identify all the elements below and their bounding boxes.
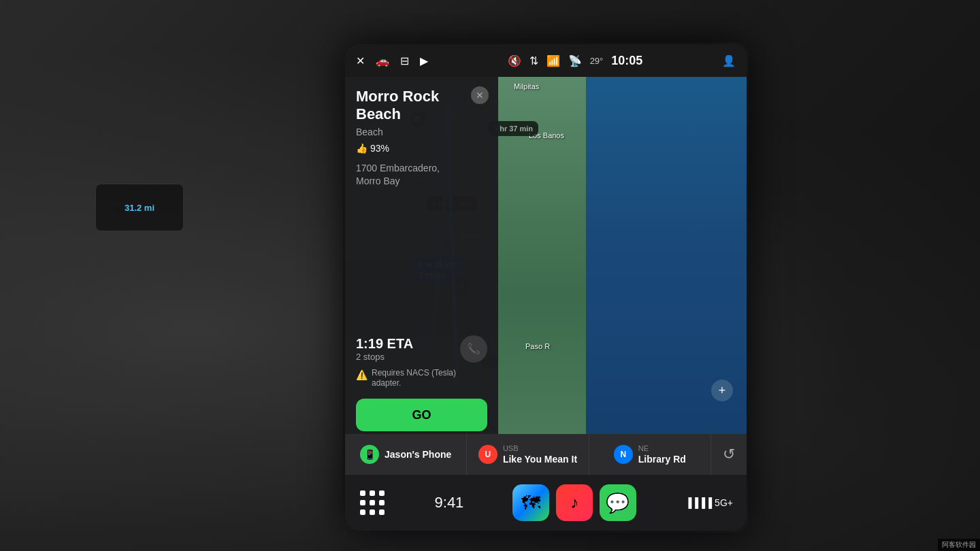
wifi-icon: 📶 [546, 54, 560, 67]
eta-label: 1:19 ETA [356, 336, 413, 352]
car-icon[interactable]: 🚗 [376, 54, 389, 67]
map-label-milpitas: Milpitas [514, 82, 539, 90]
music-app-icon[interactable]: ♪ [556, 484, 593, 521]
source-item-phone[interactable]: 📱 Jason's Phone [345, 434, 467, 475]
grid-dot [360, 500, 365, 505]
grid-dot [370, 490, 375, 496]
grid-dot [379, 500, 385, 505]
signal-label: 5G+ [715, 497, 733, 508]
mute-icon: 🔇 [508, 54, 521, 67]
grid-dot [370, 500, 375, 505]
media-icon[interactable]: ⊟ [400, 54, 409, 67]
source-item-ne[interactable]: N NE Library Rd [589, 434, 711, 475]
place-name: Morro Rock Beach [356, 88, 487, 124]
usb-source-icon: U [478, 445, 497, 464]
phone-source-icon: 📱 [360, 445, 379, 464]
status-bar: ✕ 🚗 ⊟ ▶ 🔇 ⇅ 📶 📡 29° 10:05 👤 [345, 44, 747, 77]
refresh-button[interactable]: ↺ [711, 434, 747, 475]
status-bar-center: 🔇 ⇅ 📶 📡 29° 10:05 [508, 54, 643, 68]
rating-icon: 👍 [356, 143, 368, 154]
status-time: 10:05 [611, 54, 642, 68]
address: 1700 Embarcadero, Morro Bay [356, 162, 487, 188]
address-line1: 1700 Embarcadero, [356, 163, 440, 173]
refresh-icon: ↺ [723, 446, 735, 463]
place-type: Beach [356, 127, 487, 137]
cluster-text: 31.2 mi [125, 203, 154, 213]
bottom-info: 1:19 ETA 2 stops 📞 ⚠️ Requires NACS (Tes… [356, 335, 487, 431]
grid-dot [360, 490, 365, 496]
ne-source-sublabel: Library Rd [638, 454, 686, 465]
signal-bars-icon: ▐▐▐▐ [685, 497, 712, 508]
cell-icon: 📡 [568, 54, 582, 67]
close-button[interactable]: ✕ [471, 86, 489, 104]
dock-time: 9:41 [435, 494, 464, 512]
bottom-dock: 9:41 🗺 ♪ 💬 ▐▐▐▐ 5G+ [345, 475, 747, 531]
source-bar: 📱 Jason's Phone U USB Like You Mean It N… [345, 434, 747, 475]
eta-row: 1:19 ETA 2 stops 📞 [356, 335, 487, 363]
source-item-usb[interactable]: U USB Like You Mean It [467, 434, 589, 475]
go-button[interactable]: GO [356, 399, 487, 431]
rating-row: 👍 93% [356, 143, 487, 154]
maps-app-icon[interactable]: 🗺 [512, 484, 549, 521]
go-label: GO [412, 408, 431, 422]
signal-indicator: ▐▐▐▐ 5G+ [685, 497, 733, 508]
stops-label: 2 stops [356, 352, 413, 362]
close-icon[interactable]: ✕ [356, 54, 365, 67]
warning-row: ⚠️ Requires NACS (Tesla) adapter. [356, 368, 487, 389]
temperature: 29° [590, 56, 604, 66]
app-grid-button[interactable] [359, 489, 386, 516]
grid-dot [379, 510, 385, 515]
dock-apps: 🗺 ♪ 💬 [512, 484, 636, 521]
usb-source-text: USB Like You Mean It [503, 445, 577, 465]
watermark: 阿客软件园 [938, 539, 980, 551]
usb-source-sublabel: Like You Mean It [503, 454, 577, 465]
warning-text: Requires NACS (Tesla) adapter. [372, 368, 487, 389]
ne-source-icon: N [614, 445, 633, 464]
rating-value: 93% [370, 143, 389, 154]
warning-icon: ⚠️ [356, 369, 368, 381]
ne-source-label: NE [638, 445, 686, 452]
eta-info: 1:19 ETA 2 stops [356, 336, 413, 362]
phone-button[interactable]: 📞 [460, 335, 487, 363]
phone-source-name: Jason's Phone [385, 449, 451, 460]
play-icon[interactable]: ▶ [420, 54, 428, 67]
map-zoom-button[interactable]: + [711, 380, 733, 401]
status-bar-left: ✕ 🚗 ⊟ ▶ [356, 54, 428, 67]
status-bar-right: 👤 [722, 54, 736, 67]
tablet-screen: ✕ 🚗 ⊟ ▶ 🔇 ⇅ 📶 📡 29° 10:05 👤 Milpitas San… [345, 44, 747, 531]
phone-source-text: Jason's Phone [385, 449, 451, 460]
usb-source-label: USB [503, 445, 577, 452]
messages-app-icon[interactable]: 💬 [600, 484, 636, 521]
grid-dot [360, 510, 365, 515]
profile-icon[interactable]: 👤 [722, 54, 736, 67]
grid-dot [379, 490, 385, 496]
info-panel: ✕ Morro Rock Beach Beach 👍 93% 1700 Emba… [345, 77, 498, 442]
address-line2: Morro Bay [356, 176, 400, 186]
phone-icon: 📞 [467, 342, 480, 355]
grid-dot [370, 510, 375, 515]
ne-source-text: NE Library Rd [638, 445, 686, 465]
map-label-paso: Paso R [525, 342, 550, 350]
instrument-cluster: 31.2 mi [95, 184, 184, 231]
network-icon: ⇅ [529, 54, 538, 67]
